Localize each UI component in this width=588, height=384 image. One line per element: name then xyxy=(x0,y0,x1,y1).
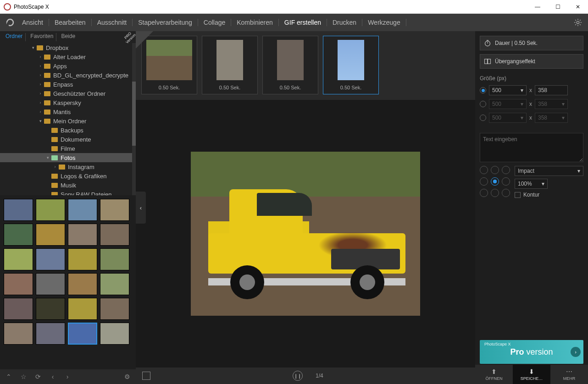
tree-item[interactable]: ›Instagram xyxy=(0,162,136,171)
settings-icon[interactable]: ⚙ xyxy=(121,371,133,382)
gif-frame[interactable]: 0.50 Sek. xyxy=(323,36,379,94)
position-dot[interactable] xyxy=(502,189,510,197)
size-option[interactable]: 500▾x358▾ xyxy=(480,99,583,109)
thumbnail[interactable] xyxy=(4,298,33,320)
refresh-icon[interactable]: ⟳ xyxy=(32,371,44,382)
tree-item[interactable]: Dokumente xyxy=(0,135,136,144)
footer-speiche…[interactable]: ⬇SPEICHE… xyxy=(513,365,550,384)
thumbnail[interactable] xyxy=(68,298,97,320)
canvas[interactable] xyxy=(136,100,475,368)
radio-icon[interactable] xyxy=(480,87,486,93)
nav-tab-werkzeuge[interactable]: Werkzeuge xyxy=(362,19,406,26)
maximize-button[interactable]: ☐ xyxy=(548,0,568,14)
nav-tab-ausschnitt[interactable]: Ausschnitt xyxy=(92,19,133,26)
thumbnail[interactable] xyxy=(4,248,33,270)
prev-icon[interactable]: ‹ xyxy=(47,371,59,382)
expand-up-icon[interactable]: ⌃ xyxy=(3,371,15,382)
star-icon[interactable]: ☆ xyxy=(17,371,29,382)
position-dot[interactable] xyxy=(491,166,499,174)
nav-tab-kombinieren[interactable]: Kombinieren xyxy=(231,19,279,26)
thumbnail[interactable] xyxy=(100,323,129,345)
footer-mehr[interactable]: ⋯MEHR xyxy=(550,365,588,384)
tree-item[interactable]: Sony RAW Dateien xyxy=(0,190,136,195)
left-tab-beide[interactable]: Beide xyxy=(58,33,78,41)
position-dot[interactable] xyxy=(480,177,488,186)
percent-select[interactable]: 100%▾ xyxy=(515,179,548,189)
nav-tab-stapelverarbeitung[interactable]: Stapelverarbeitung xyxy=(133,19,198,26)
thumbnail[interactable] xyxy=(4,224,33,246)
tree-item[interactable]: ›Kaspersky xyxy=(0,98,136,107)
folder-tree[interactable]: ▾Dropbox›Alter Loader›Apps›BD_GL_encrypt… xyxy=(0,43,136,195)
thumbnail[interactable] xyxy=(36,323,65,345)
nav-tab-drucken[interactable]: Drucken xyxy=(327,19,362,26)
radio-icon[interactable] xyxy=(480,115,486,121)
tree-item[interactable]: Musik xyxy=(0,181,136,190)
tree-item[interactable]: ›Apps xyxy=(0,61,136,71)
height-select[interactable]: 358 xyxy=(535,85,568,95)
home-icon[interactable] xyxy=(4,16,17,29)
thumbnail[interactable] xyxy=(68,248,97,270)
gear-icon[interactable] xyxy=(571,16,584,29)
width-select[interactable]: 500▾ xyxy=(489,85,527,95)
position-dot[interactable] xyxy=(502,177,510,186)
tree-item[interactable]: Filme xyxy=(0,144,136,153)
thumbnail[interactable] xyxy=(36,298,65,320)
thumbnail[interactable] xyxy=(4,199,33,221)
position-dot[interactable] xyxy=(480,166,488,174)
pause-button[interactable]: ❙❙ xyxy=(293,371,303,381)
size-option[interactable]: 500▾x358 xyxy=(480,85,583,95)
tree-item[interactable]: ▾Mein Ordner xyxy=(0,116,136,126)
thumbnail[interactable] xyxy=(100,273,129,295)
tree-scrollbar[interactable] xyxy=(132,43,136,195)
thumbnail[interactable] xyxy=(100,248,129,270)
thumbnail[interactable] xyxy=(4,323,33,345)
position-dot[interactable] xyxy=(480,189,488,197)
tree-item[interactable]: Logos & Grafiken xyxy=(0,171,136,181)
radio-icon[interactable] xyxy=(480,101,486,107)
position-dot[interactable] xyxy=(491,189,499,197)
font-select[interactable]: Impact▾ xyxy=(515,166,583,176)
thumbnail[interactable] xyxy=(100,224,129,246)
thumbnail[interactable] xyxy=(4,273,33,295)
nav-tab-collage[interactable]: Collage xyxy=(198,19,231,26)
thumbnail[interactable] xyxy=(36,224,65,246)
position-dot[interactable] xyxy=(491,177,499,186)
thumbnail[interactable] xyxy=(68,224,97,246)
thumbnail[interactable] xyxy=(100,298,129,320)
gif-frame[interactable]: 0.50 Sek. xyxy=(202,36,258,94)
tree-item[interactable]: ▾Fotos xyxy=(0,153,136,162)
duration-button[interactable]: Dauer | 0.50 Sek. xyxy=(480,36,583,50)
contour-checkbox[interactable]: Kontur xyxy=(515,192,583,198)
next-icon[interactable]: › xyxy=(61,371,73,382)
collapse-handle[interactable]: ‹ xyxy=(136,192,146,224)
size-option[interactable]: 500▾x358▾ xyxy=(480,113,583,123)
thumbnail[interactable] xyxy=(36,273,65,295)
nav-tab-ansicht[interactable]: Ansicht xyxy=(17,19,49,26)
transition-button[interactable]: Übergangseffekt xyxy=(480,54,583,69)
tree-item[interactable]: Backups xyxy=(0,126,136,135)
nav-tab-gif erstellen[interactable]: GIF erstellen xyxy=(279,19,327,26)
thumbnail[interactable] xyxy=(36,248,65,270)
left-tab-ordner[interactable]: Ordner xyxy=(3,33,26,41)
nav-tab-bearbeiten[interactable]: Bearbeiten xyxy=(49,19,92,26)
tree-item[interactable]: ›Mantis xyxy=(0,107,136,116)
tree-item[interactable]: ›Alter Loader xyxy=(0,52,136,61)
thumbnail[interactable] xyxy=(68,323,97,345)
position-dot[interactable] xyxy=(502,166,510,174)
thumbnail-grid[interactable] xyxy=(0,195,136,369)
tree-item[interactable]: ›Enpass xyxy=(0,80,136,89)
size-toggle-icon[interactable] xyxy=(142,372,150,380)
tree-item[interactable]: ›BD_GL_encrypted_decrypte xyxy=(0,71,136,80)
left-tab-favoriten[interactable]: Favoriten xyxy=(28,33,56,41)
gif-frame[interactable]: 0.50 Sek. xyxy=(262,36,318,94)
pro-promo[interactable]: PhotoScape X Pro version › xyxy=(480,340,583,364)
tree-item[interactable]: ›Geschützter Ordner xyxy=(0,89,136,98)
footer-öffnen[interactable]: ⬆ÖFFNEN xyxy=(475,365,513,384)
thumbnail[interactable] xyxy=(68,273,97,295)
tree-item[interactable]: ▾Dropbox xyxy=(0,43,136,52)
frame-strip[interactable]: PRO Version 0.50 Sek.0.50 Sek.0.50 Sek.0… xyxy=(136,31,475,100)
close-button[interactable]: ✕ xyxy=(568,0,588,14)
text-input[interactable] xyxy=(480,133,583,162)
thumbnail[interactable] xyxy=(68,199,97,221)
minimize-button[interactable]: — xyxy=(527,0,548,14)
